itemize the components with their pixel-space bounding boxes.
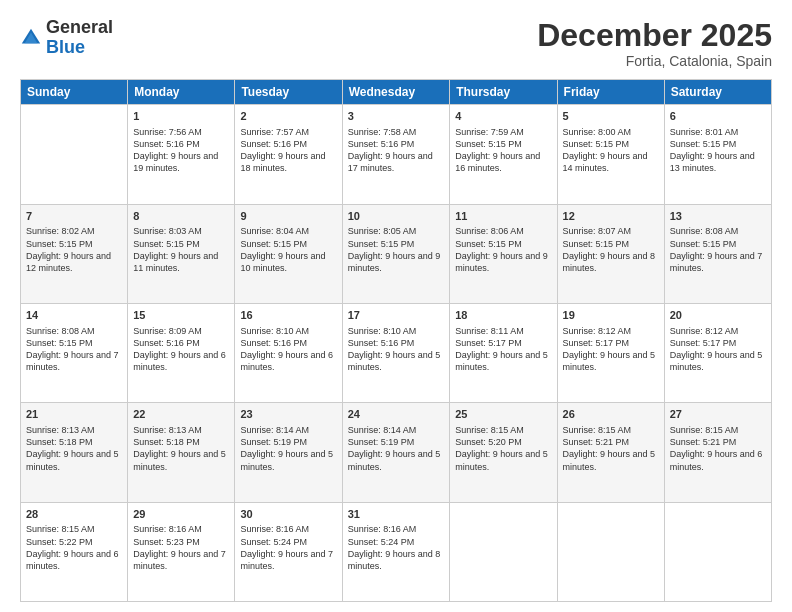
sunrise-info: Sunrise: 8:03 AM (133, 225, 229, 237)
daylight-info: Daylight: 9 hours and 8 minutes. (348, 548, 445, 572)
calendar-cell (664, 502, 771, 601)
sunrise-info: Sunrise: 8:14 AM (348, 424, 445, 436)
calendar-cell: 7Sunrise: 8:02 AMSunset: 5:15 PMDaylight… (21, 204, 128, 303)
sunset-info: Sunset: 5:19 PM (240, 436, 336, 448)
calendar-cell: 28Sunrise: 8:15 AMSunset: 5:22 PMDayligh… (21, 502, 128, 601)
sunset-info: Sunset: 5:15 PM (670, 138, 766, 150)
calendar-cell: 31Sunrise: 8:16 AMSunset: 5:24 PMDayligh… (342, 502, 450, 601)
daylight-info: Daylight: 9 hours and 12 minutes. (26, 250, 122, 274)
sunset-info: Sunset: 5:17 PM (563, 337, 659, 349)
calendar-cell: 11Sunrise: 8:06 AMSunset: 5:15 PMDayligh… (450, 204, 557, 303)
sunrise-info: Sunrise: 8:15 AM (26, 523, 122, 535)
calendar-cell (557, 502, 664, 601)
sunset-info: Sunset: 5:15 PM (563, 138, 659, 150)
sunrise-info: Sunrise: 8:12 AM (670, 325, 766, 337)
sunrise-info: Sunrise: 7:59 AM (455, 126, 551, 138)
sunset-info: Sunset: 5:24 PM (348, 536, 445, 548)
daylight-info: Daylight: 9 hours and 19 minutes. (133, 150, 229, 174)
sunset-info: Sunset: 5:18 PM (26, 436, 122, 448)
day-number: 8 (133, 209, 229, 224)
daylight-info: Daylight: 9 hours and 5 minutes. (26, 448, 122, 472)
day-number: 13 (670, 209, 766, 224)
calendar-header-monday: Monday (128, 80, 235, 105)
sunrise-info: Sunrise: 7:58 AM (348, 126, 445, 138)
sunrise-info: Sunrise: 8:06 AM (455, 225, 551, 237)
day-number: 11 (455, 209, 551, 224)
daylight-info: Daylight: 9 hours and 6 minutes. (670, 448, 766, 472)
sunrise-info: Sunrise: 8:01 AM (670, 126, 766, 138)
sunset-info: Sunset: 5:19 PM (348, 436, 445, 448)
logo-general-text: General (46, 17, 113, 37)
daylight-info: Daylight: 9 hours and 14 minutes. (563, 150, 659, 174)
calendar-week-row: 14Sunrise: 8:08 AMSunset: 5:15 PMDayligh… (21, 303, 772, 402)
daylight-info: Daylight: 9 hours and 5 minutes. (240, 448, 336, 472)
day-number: 7 (26, 209, 122, 224)
sunrise-info: Sunrise: 8:16 AM (240, 523, 336, 535)
sunrise-info: Sunrise: 8:16 AM (348, 523, 445, 535)
sunrise-info: Sunrise: 8:04 AM (240, 225, 336, 237)
daylight-info: Daylight: 9 hours and 7 minutes. (133, 548, 229, 572)
calendar-cell: 21Sunrise: 8:13 AMSunset: 5:18 PMDayligh… (21, 403, 128, 502)
sunset-info: Sunset: 5:24 PM (240, 536, 336, 548)
day-number: 1 (133, 109, 229, 124)
sunset-info: Sunset: 5:15 PM (563, 238, 659, 250)
day-number: 17 (348, 308, 445, 323)
calendar-cell: 10Sunrise: 8:05 AMSunset: 5:15 PMDayligh… (342, 204, 450, 303)
sunset-info: Sunset: 5:16 PM (240, 337, 336, 349)
daylight-info: Daylight: 9 hours and 13 minutes. (670, 150, 766, 174)
calendar-header-wednesday: Wednesday (342, 80, 450, 105)
daylight-info: Daylight: 9 hours and 9 minutes. (348, 250, 445, 274)
calendar-cell (450, 502, 557, 601)
calendar-cell: 22Sunrise: 8:13 AMSunset: 5:18 PMDayligh… (128, 403, 235, 502)
sunset-info: Sunset: 5:15 PM (348, 238, 445, 250)
sunset-info: Sunset: 5:15 PM (240, 238, 336, 250)
calendar-cell: 24Sunrise: 8:14 AMSunset: 5:19 PMDayligh… (342, 403, 450, 502)
calendar-cell: 3Sunrise: 7:58 AMSunset: 5:16 PMDaylight… (342, 105, 450, 204)
day-number: 4 (455, 109, 551, 124)
daylight-info: Daylight: 9 hours and 5 minutes. (348, 448, 445, 472)
sunrise-info: Sunrise: 8:13 AM (26, 424, 122, 436)
calendar-week-row: 1Sunrise: 7:56 AMSunset: 5:16 PMDaylight… (21, 105, 772, 204)
sunrise-info: Sunrise: 8:05 AM (348, 225, 445, 237)
day-number: 24 (348, 407, 445, 422)
daylight-info: Daylight: 9 hours and 6 minutes. (26, 548, 122, 572)
calendar-cell: 8Sunrise: 8:03 AMSunset: 5:15 PMDaylight… (128, 204, 235, 303)
calendar-cell: 25Sunrise: 8:15 AMSunset: 5:20 PMDayligh… (450, 403, 557, 502)
sunset-info: Sunset: 5:15 PM (455, 138, 551, 150)
calendar-cell: 13Sunrise: 8:08 AMSunset: 5:15 PMDayligh… (664, 204, 771, 303)
calendar-week-row: 28Sunrise: 8:15 AMSunset: 5:22 PMDayligh… (21, 502, 772, 601)
daylight-info: Daylight: 9 hours and 18 minutes. (240, 150, 336, 174)
calendar-header-sunday: Sunday (21, 80, 128, 105)
location: Fortia, Catalonia, Spain (537, 53, 772, 69)
sunrise-info: Sunrise: 8:07 AM (563, 225, 659, 237)
sunset-info: Sunset: 5:16 PM (240, 138, 336, 150)
day-number: 15 (133, 308, 229, 323)
calendar-header-friday: Friday (557, 80, 664, 105)
calendar-cell (21, 105, 128, 204)
calendar-cell: 18Sunrise: 8:11 AMSunset: 5:17 PMDayligh… (450, 303, 557, 402)
sunrise-info: Sunrise: 8:00 AM (563, 126, 659, 138)
calendar-cell: 16Sunrise: 8:10 AMSunset: 5:16 PMDayligh… (235, 303, 342, 402)
sunrise-info: Sunrise: 8:15 AM (455, 424, 551, 436)
calendar-cell: 12Sunrise: 8:07 AMSunset: 5:15 PMDayligh… (557, 204, 664, 303)
calendar-cell: 1Sunrise: 7:56 AMSunset: 5:16 PMDaylight… (128, 105, 235, 204)
daylight-info: Daylight: 9 hours and 5 minutes. (455, 349, 551, 373)
calendar-cell: 6Sunrise: 8:01 AMSunset: 5:15 PMDaylight… (664, 105, 771, 204)
day-number: 14 (26, 308, 122, 323)
sunset-info: Sunset: 5:16 PM (348, 138, 445, 150)
daylight-info: Daylight: 9 hours and 5 minutes. (563, 349, 659, 373)
sunrise-info: Sunrise: 8:13 AM (133, 424, 229, 436)
sunrise-info: Sunrise: 8:15 AM (563, 424, 659, 436)
calendar-cell: 23Sunrise: 8:14 AMSunset: 5:19 PMDayligh… (235, 403, 342, 502)
day-number: 26 (563, 407, 659, 422)
sunset-info: Sunset: 5:15 PM (26, 238, 122, 250)
sunrise-info: Sunrise: 8:08 AM (670, 225, 766, 237)
sunset-info: Sunset: 5:20 PM (455, 436, 551, 448)
page-container: General Blue December 2025 Fortia, Catal… (0, 0, 792, 612)
calendar-cell: 20Sunrise: 8:12 AMSunset: 5:17 PMDayligh… (664, 303, 771, 402)
daylight-info: Daylight: 9 hours and 16 minutes. (455, 150, 551, 174)
logo-icon (20, 27, 42, 49)
daylight-info: Daylight: 9 hours and 5 minutes. (348, 349, 445, 373)
sunrise-info: Sunrise: 8:14 AM (240, 424, 336, 436)
calendar-cell: 17Sunrise: 8:10 AMSunset: 5:16 PMDayligh… (342, 303, 450, 402)
